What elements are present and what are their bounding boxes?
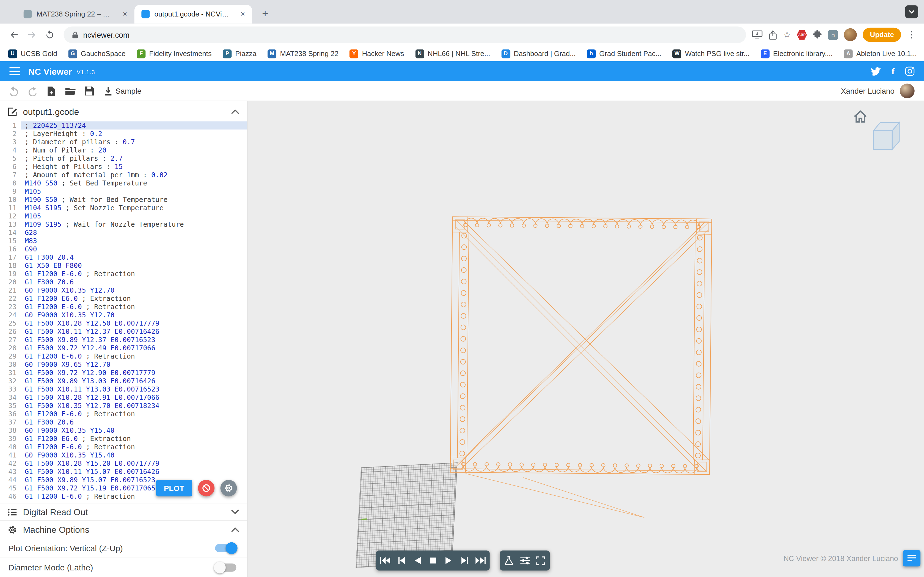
sample-button[interactable]: Sample: [99, 86, 146, 96]
play-reverse-icon[interactable]: [409, 551, 425, 571]
section-digital-read-out[interactable]: Digital Read Out: [0, 503, 247, 521]
feedback-chat-icon[interactable]: [903, 550, 921, 566]
code-line[interactable]: 37G1 F300 Z0.6: [0, 418, 247, 426]
code-line[interactable]: 8M140 S50 ; Set Bed Temperature: [0, 179, 247, 187]
bookmark-item[interactable]: D Dashboard | Grad...: [501, 49, 575, 58]
code-line[interactable]: 29G1 F1200 E-6.0 ; Retraction: [0, 352, 247, 360]
plot-orientation-toggle[interactable]: [215, 544, 236, 552]
code-line[interactable]: 22G1 F1200 E6.0 ; Extraction: [0, 294, 247, 303]
code-line[interactable]: 23G1 F1200 E-6.0 ; Retraction: [0, 303, 247, 311]
gcode-editor[interactable]: 1; 220425_1137242; LayerHeight : 0.23; D…: [0, 121, 247, 503]
view-cube-icon[interactable]: [865, 116, 902, 153]
code-line[interactable]: 38G0 F9000 X10.35 Y15.40: [0, 426, 247, 434]
code-line[interactable]: 18G1 X50 E8 F800: [0, 261, 247, 269]
code-line[interactable]: 1; 220425_113724: [0, 121, 247, 129]
bookmark-item[interactable]: Y Hacker News: [349, 49, 404, 58]
code-line[interactable]: 20G1 F300 Z0.6: [0, 278, 247, 286]
browser-menu-icon[interactable]: ⋮: [907, 29, 916, 40]
plot-area[interactable]: NC Viewer © 2018 Xander Luciano: [247, 102, 924, 577]
code-line[interactable]: 6; Height of Pillars : 15: [0, 163, 247, 171]
reload-icon[interactable]: [41, 26, 58, 43]
hamburger-menu-icon[interactable]: [9, 67, 20, 75]
undo-icon[interactable]: [5, 83, 22, 99]
step-back-icon[interactable]: [393, 551, 409, 571]
bookmark-item[interactable]: G GauchoSpace: [68, 49, 126, 58]
code-line[interactable]: 3; Diameter of pillars : 0.7: [0, 138, 247, 146]
code-line[interactable]: 13M109 S195 ; Wait for Nozzle Temperatur…: [0, 220, 247, 228]
section-machine-options[interactable]: Machine Options: [0, 521, 247, 538]
back-icon[interactable]: [6, 26, 22, 43]
code-line[interactable]: 42G1 F500 X10.28 Y15.20 E0.00717779: [0, 459, 247, 467]
tab-mat238[interactable]: MAT238 Spring 22 – Thursday ×: [16, 5, 134, 24]
user-avatar[interactable]: [900, 84, 915, 98]
plot-button[interactable]: PLOT: [156, 480, 192, 496]
collapse-editor-icon[interactable]: [231, 108, 239, 114]
code-line[interactable]: 14G28: [0, 228, 247, 237]
code-line[interactable]: 26G1 F500 X10.11 Y12.37 E0.00716426: [0, 327, 247, 335]
filter-sliders-icon[interactable]: [517, 551, 533, 571]
code-line[interactable]: 10M190 S50 ; Wait for Bed Temperature: [0, 195, 247, 204]
code-line[interactable]: 41G0 F9000 X10.35 Y15.40: [0, 451, 247, 459]
bookmark-item[interactable]: U UCSB Gold: [8, 49, 57, 58]
tab-ncviewer[interactable]: output1.gcode - NCViewer ×: [134, 5, 252, 24]
new-file-icon[interactable]: [42, 83, 60, 99]
code-line[interactable]: 27G1 F500 X9.89 Y12.37 E0.00716523: [0, 335, 247, 344]
code-line[interactable]: 12M105: [0, 212, 247, 220]
extension-icon[interactable]: ▢: [828, 30, 838, 40]
forward-icon[interactable]: [24, 26, 40, 43]
play-icon[interactable]: [441, 551, 457, 571]
url-bar[interactable]: ncviewer.com: [63, 26, 746, 43]
code-line[interactable]: 35G1 F500 X10.35 Y12.70 E0.00718234: [0, 401, 247, 410]
code-line[interactable]: 11M104 S195 ; Set Nozzle Temperature: [0, 204, 247, 212]
code-line[interactable]: 28G1 F500 X9.72 Y12.49 E0.00717066: [0, 344, 247, 352]
bookmark-item[interactable]: E Electronic library....: [761, 49, 833, 58]
dro-expand-icon[interactable]: [231, 509, 239, 515]
code-line[interactable]: 5; Pitch of pillars : 2.7: [0, 154, 247, 163]
twitter-icon[interactable]: [871, 67, 881, 76]
extensions-puzzle-icon[interactable]: [813, 30, 822, 39]
code-line[interactable]: 4; Num of Pillar : 20: [0, 146, 247, 154]
update-button[interactable]: Update: [863, 28, 901, 42]
bookmark-item[interactable]: b Grad Student Pac...: [587, 49, 661, 58]
bookmark-item[interactable]: F Fidelity Investments: [137, 49, 212, 58]
code-line[interactable]: 9M105: [0, 187, 247, 195]
plot-settings-button[interactable]: [220, 480, 237, 496]
facebook-icon[interactable]: f: [892, 66, 895, 76]
redo-icon[interactable]: [24, 83, 41, 99]
bookmark-item[interactable]: N NHL66 | NHL Stre...: [415, 49, 490, 58]
code-line[interactable]: 40G1 F1200 E-6.0 ; Retraction: [0, 443, 247, 451]
code-line[interactable]: 19G1 F1200 E-6.0 ; Retraction: [0, 269, 247, 278]
bookmark-item[interactable]: M MAT238 Spring 22: [268, 49, 339, 58]
file-header[interactable]: output1.gcode: [0, 102, 247, 121]
machine-options-collapse-icon[interactable]: [231, 527, 239, 532]
install-icon[interactable]: [752, 30, 762, 39]
save-icon[interactable]: [80, 83, 98, 99]
code-line[interactable]: 30G0 F9000 X9.65 Y12.70: [0, 360, 247, 369]
new-tab-button[interactable]: +: [257, 5, 273, 22]
tab-close-icon[interactable]: ×: [120, 9, 129, 19]
tab-search-icon[interactable]: [905, 5, 918, 18]
code-line[interactable]: 17G1 F300 Z0.4: [0, 253, 247, 261]
code-line[interactable]: 7; Amount of material per 1mm : 0.02: [0, 171, 247, 179]
tab-close-icon[interactable]: ×: [238, 9, 247, 19]
instagram-icon[interactable]: [905, 66, 914, 76]
code-line[interactable]: 15M83: [0, 237, 247, 245]
stop-icon[interactable]: [425, 551, 441, 571]
bookmark-item[interactable]: A Ableton Live 10.1...: [844, 49, 917, 58]
code-line[interactable]: 2; LayerHeight : 0.2: [0, 129, 247, 138]
code-line[interactable]: 25G1 F500 X10.28 Y12.50 E0.00717779: [0, 319, 247, 327]
diameter-mode-toggle[interactable]: [215, 564, 236, 572]
code-line[interactable]: 33G1 F500 X10.11 Y13.03 E0.00716523: [0, 385, 247, 393]
step-forward-icon[interactable]: [457, 551, 473, 571]
fullscreen-icon[interactable]: [533, 551, 549, 571]
skip-start-icon[interactable]: [377, 551, 393, 571]
open-file-icon[interactable]: [61, 83, 79, 99]
code-line[interactable]: 31G1 F500 X9.72 Y12.90 E0.00717779: [0, 369, 247, 377]
code-line[interactable]: 36G1 F1200 E-6.0 ; Retraction: [0, 410, 247, 418]
code-line[interactable]: 24G0 F9000 X10.35 Y12.70: [0, 311, 247, 319]
code-line[interactable]: 21G0 F9000 X10.35 Y12.70: [0, 286, 247, 294]
stop-plot-button[interactable]: [198, 480, 214, 496]
share-icon[interactable]: [768, 30, 777, 40]
browser-profile-avatar[interactable]: [844, 28, 857, 41]
bookmark-item[interactable]: P Piazza: [223, 49, 256, 58]
